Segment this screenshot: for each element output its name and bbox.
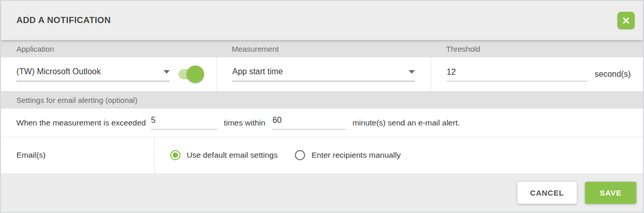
rule-prefix-text: When the measurement is exceeded bbox=[16, 118, 146, 127]
threshold-unit-label: second(s) bbox=[595, 70, 631, 79]
radio-selected-icon bbox=[170, 150, 180, 160]
threshold-cell: second(s) bbox=[431, 57, 643, 91]
measurement-cell: App start time bbox=[216, 57, 431, 91]
column-labels-row: Application Measurement Threshold bbox=[1, 40, 643, 57]
rule-suffix-text: minute(s) send an e-mail alert. bbox=[352, 118, 459, 127]
rule-middle-text: times within bbox=[224, 118, 265, 127]
email-section-title: Settings for email alerting (optional) bbox=[16, 96, 137, 104]
threshold-input[interactable] bbox=[447, 68, 588, 81]
application-select-value: (TW) Microsoft Outlook bbox=[16, 67, 100, 76]
minutes-window-input[interactable] bbox=[272, 116, 346, 130]
application-cell: (TW) Microsoft Outlook bbox=[1, 57, 216, 91]
chevron-down-icon bbox=[164, 70, 170, 74]
close-icon: ✕ bbox=[622, 16, 630, 26]
radio-label: Use default email settings bbox=[187, 151, 277, 160]
radio-unselected-icon bbox=[295, 150, 305, 160]
save-button[interactable]: SAVE bbox=[585, 182, 636, 204]
email-section-header: Settings for email alerting (optional) bbox=[1, 91, 643, 109]
fields-row: (TW) Microsoft Outlook App start time se… bbox=[1, 57, 643, 91]
close-button[interactable]: ✕ bbox=[617, 12, 635, 29]
emails-row: Email(s) Use default email settings Ente… bbox=[1, 137, 643, 173]
application-toggle[interactable] bbox=[178, 66, 204, 83]
radio-use-default-email-settings[interactable]: Use default email settings bbox=[170, 150, 277, 160]
measurement-select[interactable]: App start time bbox=[232, 67, 415, 81]
alert-rule-row: When the measurement is exceeded times w… bbox=[1, 109, 643, 137]
emails-label: Email(s) bbox=[1, 137, 155, 173]
threshold-column-label: Threshold bbox=[431, 45, 643, 53]
radio-enter-recipients-manually[interactable]: Enter recipients manually bbox=[295, 150, 400, 160]
dialog-header: ADD A NOTIFICATION ✕ bbox=[1, 1, 643, 40]
times-exceeded-input[interactable] bbox=[151, 116, 217, 130]
application-column-label: Application bbox=[1, 45, 216, 53]
chevron-down-icon bbox=[409, 70, 415, 74]
dialog-footer: CANCEL SAVE bbox=[1, 173, 643, 212]
cancel-button[interactable]: CANCEL bbox=[517, 182, 577, 204]
measurement-select-value: App start time bbox=[232, 67, 283, 76]
add-notification-dialog: ADD A NOTIFICATION ✕ Application Measure… bbox=[0, 0, 644, 213]
page-title: ADD A NOTIFICATION bbox=[16, 15, 111, 26]
measurement-column-label: Measurement bbox=[216, 45, 431, 53]
application-select[interactable]: (TW) Microsoft Outlook bbox=[16, 67, 170, 81]
toggle-thumb bbox=[187, 66, 204, 83]
radio-label: Enter recipients manually bbox=[311, 151, 400, 160]
email-options-group: Use default email settings Enter recipie… bbox=[155, 137, 643, 173]
